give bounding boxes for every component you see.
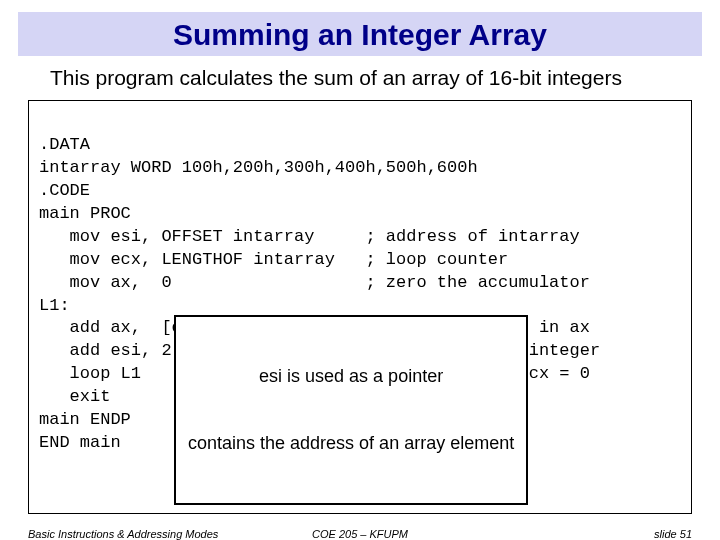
slide-title: Summing an Integer Array — [173, 18, 547, 51]
code-line: main PROC — [39, 204, 131, 223]
code-box: .DATA intarray WORD 100h,200h,300h,400h,… — [28, 100, 692, 514]
slide-subtitle: This program calculates the sum of an ar… — [0, 66, 720, 90]
footer-right: slide 51 — [654, 528, 692, 540]
title-bar: Summing an Integer Array — [18, 12, 702, 56]
code-line: exit — [39, 387, 110, 406]
callout-line-1: esi is used as a pointer — [188, 365, 514, 388]
callout-box: esi is used as a pointer contains the ad… — [174, 315, 528, 505]
code-line: .DATA — [39, 135, 90, 154]
code-line: main ENDP — [39, 410, 131, 429]
code-line: mov ecx, LENGTHOF intarray ; loop counte… — [39, 250, 508, 269]
code-line: mov ax, 0 ; zero the accumulator — [39, 273, 590, 292]
code-line: L1: — [39, 296, 70, 315]
callout-line-2: contains the address of an array element — [188, 432, 514, 455]
footer-center: COE 205 – KFUPM — [0, 528, 720, 540]
code-line: .CODE — [39, 181, 90, 200]
code-line: mov esi, OFFSET intarray ; address of in… — [39, 227, 580, 246]
code-line: intarray WORD 100h,200h,300h,400h,500h,6… — [39, 158, 478, 177]
code-line: END main — [39, 433, 121, 452]
